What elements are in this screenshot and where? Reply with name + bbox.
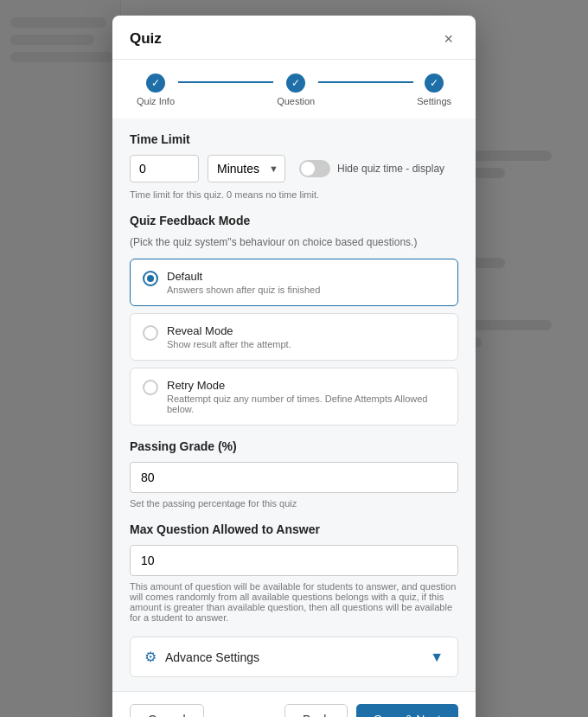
checkmark-icon-1: ✓ xyxy=(151,77,160,89)
quiz-modal: Quiz × ✓ Quiz Info ✓ Question ✓ Settings xyxy=(112,16,476,717)
steps-container: ✓ Quiz Info ✓ Question ✓ Settings xyxy=(112,60,476,118)
passing-grade-hint: Set the passing percentage for this quiz xyxy=(130,498,458,509)
hide-quiz-time-toggle[interactable] xyxy=(299,160,330,177)
feedback-text-retry: Retry Mode Reattempt quiz any number of … xyxy=(167,379,445,414)
step-label-3: Settings xyxy=(417,96,451,106)
max-question-title: Max Question Allowed to Answer xyxy=(130,522,458,536)
step-circle-3: ✓ xyxy=(425,74,444,93)
advance-settings-label: Advance Settings xyxy=(165,650,259,664)
back-button[interactable]: Back xyxy=(284,704,348,717)
modal-header: Quiz × xyxy=(112,16,476,60)
radio-circle-reveal xyxy=(143,325,158,341)
step-circle-2: ✓ xyxy=(286,74,305,93)
feedback-option-reveal[interactable]: Reveal Mode Show result after the attemp… xyxy=(130,313,458,361)
chevron-down-icon: ▼ xyxy=(430,650,444,665)
checkmark-icon-3: ✓ xyxy=(430,77,438,89)
passing-grade-section: Passing Grade (%) Set the passing percen… xyxy=(130,439,458,509)
save-next-button[interactable]: Save & Next xyxy=(356,704,458,717)
modal-body: Time Limit Minutes Hours ▼ Hide quiz tim… xyxy=(112,118,476,691)
modal-title: Quiz xyxy=(130,30,162,48)
time-limit-row: Minutes Hours ▼ Hide quiz time - display xyxy=(130,155,458,182)
feedback-label-reveal: Reveal Mode xyxy=(167,324,291,337)
checkmark-icon-2: ✓ xyxy=(291,77,300,89)
advance-left: ⚙ Advance Settings xyxy=(144,649,259,665)
passing-grade-input[interactable] xyxy=(130,462,458,493)
gear-icon: ⚙ xyxy=(144,649,157,665)
modal-footer: Cancel Back Save & Next xyxy=(112,691,476,717)
step-line-2 xyxy=(318,81,413,83)
feedback-desc-retry: Reattempt quiz any number of times. Defi… xyxy=(167,394,445,414)
passing-grade-title: Passing Grade (%) xyxy=(130,439,458,453)
time-unit-select[interactable]: Minutes Hours xyxy=(208,155,285,182)
time-select-wrapper: Minutes Hours ▼ xyxy=(208,155,285,182)
feedback-text-reveal: Reveal Mode Show result after the attemp… xyxy=(167,324,291,349)
toggle-group: Hide quiz time - display xyxy=(299,160,444,177)
feedback-desc-default: Answers shown after quiz is finished xyxy=(167,285,320,295)
advance-settings-bar[interactable]: ⚙ Advance Settings ▼ xyxy=(130,637,458,677)
feedback-desc-reveal: Show result after the attempt. xyxy=(167,339,291,349)
step-line-1 xyxy=(178,81,273,83)
toggle-text: Hide quiz time - display xyxy=(337,163,444,175)
feedback-mode-title: Quiz Feedback Mode xyxy=(130,214,458,227)
time-limit-hint: Time limit for this quiz. 0 means no tim… xyxy=(130,189,458,200)
feedback-mode-section: Quiz Feedback Mode (Pick the quiz system… xyxy=(130,214,458,426)
feedback-option-default[interactable]: Default Answers shown after quiz is fini… xyxy=(130,259,458,306)
step-circle-1: ✓ xyxy=(146,74,165,93)
time-limit-input[interactable] xyxy=(130,155,199,182)
step-label-1: Quiz Info xyxy=(137,96,175,106)
time-limit-title: Time Limit xyxy=(130,132,458,146)
step-settings: ✓ Settings xyxy=(417,74,451,106)
step-question: ✓ Question xyxy=(277,74,315,106)
max-question-hint: This amount of question will be availabl… xyxy=(130,581,458,623)
footer-right: Back Save & Next xyxy=(284,704,458,717)
feedback-mode-subtitle: (Pick the quiz system"s behaviour on cho… xyxy=(130,236,458,248)
cancel-button[interactable]: Cancel xyxy=(130,704,204,717)
feedback-label-retry: Retry Mode xyxy=(167,379,445,392)
max-question-input[interactable] xyxy=(130,545,458,576)
radio-circle-retry xyxy=(143,380,158,395)
step-quiz-info: ✓ Quiz Info xyxy=(137,74,175,106)
radio-circle-default xyxy=(143,271,158,286)
step-label-2: Question xyxy=(277,96,315,106)
feedback-label-default: Default xyxy=(167,270,320,283)
max-question-section: Max Question Allowed to Answer This amou… xyxy=(130,522,458,623)
time-limit-section: Time Limit Minutes Hours ▼ Hide quiz tim… xyxy=(130,132,458,200)
feedback-text-default: Default Answers shown after quiz is fini… xyxy=(167,270,320,295)
close-button[interactable]: × xyxy=(438,29,458,48)
toggle-knob xyxy=(301,162,315,176)
feedback-option-retry[interactable]: Retry Mode Reattempt quiz any number of … xyxy=(130,368,458,426)
